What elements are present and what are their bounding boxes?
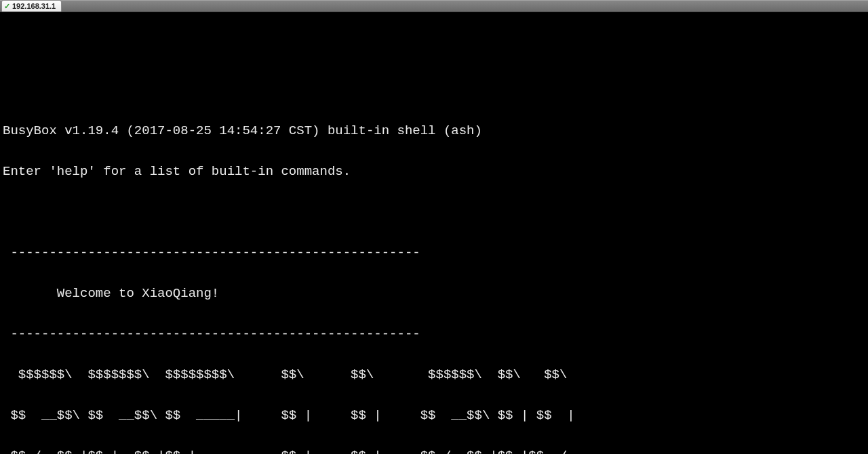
ascii-art-line: $$ / $$ |$$ | $$ |$$ | $$ | $$ | $$ / $$… (3, 446, 865, 454)
ascii-art-line: $$ __$$\ $$ __$$\ $$ _____| $$ | $$ | $$… (3, 405, 865, 426)
terminal-output[interactable]: BusyBox v1.19.4 (2017-08-25 14:54:27 CST… (0, 12, 868, 454)
banner-line: BusyBox v1.19.4 (2017-08-25 14:54:27 CST… (3, 121, 865, 141)
blank (3, 202, 865, 222)
banner-line: Enter 'help' for a list of built-in comm… (3, 161, 865, 182)
title-bar: ✓ 192.168.31.1 (0, 0, 868, 12)
blank (3, 80, 865, 100)
check-icon: ✓ (4, 3, 10, 10)
tab-host-label: 192.168.31.1 (12, 2, 56, 10)
blank (3, 39, 865, 60)
ascii-art-line: $$$$$$\ $$$$$$$\ $$$$$$$$\ $$\ $$\ $$$$$… (3, 365, 865, 385)
ascii-art-line: ----------------------------------------… (3, 243, 865, 263)
ascii-art-line: Welcome to XiaoQiang! (3, 283, 865, 304)
session-tab[interactable]: ✓ 192.168.31.1 (1, 0, 62, 12)
ascii-art-line: ----------------------------------------… (3, 324, 865, 344)
